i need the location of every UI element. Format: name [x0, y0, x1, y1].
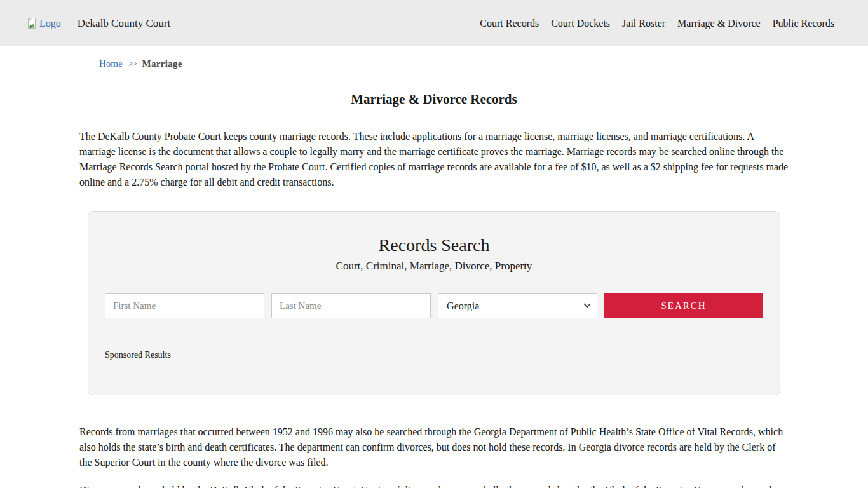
nav-jail-roster[interactable]: Jail Roster — [622, 18, 665, 29]
records-search-box: Records Search Court, Criminal, Marriage… — [88, 211, 780, 395]
logo-alt-text: Logo — [39, 18, 61, 29]
vital-records-paragraph: Records from marriages that occurred bet… — [79, 424, 789, 470]
last-name-input[interactable] — [271, 293, 431, 318]
search-box-subtitle: Court, Criminal, Marriage, Divorce, Prop… — [105, 260, 763, 273]
intro-paragraph: The DeKalb County Probate Court keeps co… — [79, 129, 789, 190]
nav-marriage-divorce[interactable]: Marriage & Divorce — [677, 18, 761, 29]
broken-image-icon — [25, 17, 38, 30]
divorce-records-paragraph: Divorce records are held by the DeKalb C… — [79, 483, 789, 488]
main-nav: Court Records Court Dockets Jail Roster … — [480, 18, 834, 29]
nav-court-dockets[interactable]: Court Dockets — [551, 18, 610, 29]
site-header: Logo Dekalb County Court Court Records C… — [0, 0, 868, 46]
page-title: Marriage & Divorce Records — [79, 92, 789, 107]
search-form-row: Georgia SEARCH — [105, 293, 763, 318]
main-content: Home >> Marriage Marriage & Divorce Reco… — [79, 58, 789, 488]
brand: Logo Dekalb County Court — [25, 17, 170, 30]
state-select-wrap: Georgia — [438, 293, 597, 318]
breadcrumb-home-link[interactable]: Home — [99, 58, 123, 69]
first-name-input[interactable] — [105, 293, 264, 318]
breadcrumb-current: Marriage — [142, 58, 182, 69]
logo[interactable]: Logo — [25, 17, 61, 30]
search-button[interactable]: SEARCH — [604, 293, 763, 318]
sponsored-results-label: Sponsored Results — [105, 350, 763, 360]
state-select[interactable]: Georgia — [438, 293, 597, 318]
nav-court-records[interactable]: Court Records — [480, 18, 539, 29]
nav-public-records[interactable]: Public Records — [773, 18, 834, 29]
site-title: Dekalb County Court — [78, 17, 170, 30]
search-box-title: Records Search — [105, 235, 763, 255]
breadcrumb-separator: >> — [128, 58, 137, 69]
breadcrumb: Home >> Marriage — [99, 58, 789, 69]
